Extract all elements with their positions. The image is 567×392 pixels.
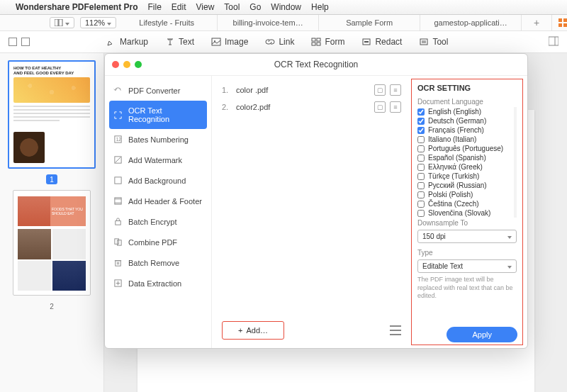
modal-sidebar: PDF Converter OCR Text Recognition 12Bat… (105, 76, 212, 348)
ribbon-form[interactable]: Form (311, 37, 344, 47)
ribbon-tool[interactable]: Tool (419, 37, 448, 47)
language-label: Italiano (Italian) (428, 135, 476, 143)
language-option[interactable]: Türkçe (Turkish) (417, 172, 512, 181)
language-checkbox[interactable] (417, 201, 425, 208)
language-label: Türkçe (Turkish) (428, 172, 479, 180)
language-checkbox[interactable] (417, 136, 425, 143)
language-option[interactable]: Polski (Polish) (417, 190, 512, 199)
language-option[interactable]: Slovenčina (Slovak) (417, 208, 512, 218)
svg-rect-26 (115, 239, 119, 244)
menu-help[interactable]: Help (311, 2, 329, 12)
sidebar-item-watermark[interactable]: Add Watermark (105, 150, 211, 170)
svg-rect-21 (115, 177, 121, 184)
page-thumbnail-1[interactable]: HOW TO EAT HEALTHYAND FEEL GOOD EVERY DA… (8, 60, 96, 169)
thumbnail-grid-icon[interactable] (9, 38, 30, 46)
ribbon-toolbar: Markup Text Image Link Form Redact Tool (0, 31, 567, 53)
language-checkbox[interactable] (417, 164, 425, 171)
tab-billing[interactable]: billing-invoice-tem… (218, 15, 319, 30)
language-option[interactable]: Čeština (Czech) (417, 199, 512, 208)
language-option[interactable]: Español (Spanish) (417, 153, 512, 162)
language-checkbox[interactable] (417, 155, 425, 162)
plus-icon: + (238, 326, 242, 335)
language-option[interactable]: Italiano (Italian) (417, 135, 512, 144)
panel-toggle-icon[interactable] (549, 36, 558, 48)
new-tab-button[interactable]: + (522, 15, 552, 30)
sidebar-item-pdf-converter[interactable]: PDF Converter (105, 80, 211, 101)
language-label: Čeština (Czech) (428, 200, 479, 208)
sidebar-item-ocr[interactable]: OCR Text Recognition (109, 101, 207, 129)
sidebar-item-background[interactable]: Add Background (105, 170, 211, 191)
sidebar-item-combine[interactable]: Combine PDF (105, 232, 211, 252)
file-name: color2.pdf (236, 103, 370, 111)
file-settings-icon[interactable]: ≡ (390, 101, 401, 113)
language-label: Português (Portuguese) (428, 145, 503, 152)
type-select[interactable]: Editable Text (417, 259, 517, 273)
zoom-select[interactable]: 112% (80, 17, 116, 28)
apply-button[interactable]: Apply (447, 327, 517, 342)
ocr-settings-title: OCR SETTING (417, 84, 517, 92)
ocr-modal: OCR Text Recognition PDF Converter OCR T… (104, 53, 528, 349)
tab-sample[interactable]: Sample Form (319, 15, 420, 30)
modal-title: OCR Text Recognition (105, 60, 527, 69)
svg-rect-2 (558, 18, 562, 22)
downsample-label: Downsample To (417, 219, 517, 227)
language-label: Français (French) (428, 126, 484, 134)
ribbon-redact[interactable]: Redact (361, 37, 402, 47)
language-label: English (English) (428, 108, 481, 116)
file-settings-icon[interactable]: ≡ (390, 84, 401, 96)
language-option[interactable]: Português (Portuguese) (417, 144, 512, 153)
language-checkbox[interactable] (417, 182, 425, 189)
language-option[interactable]: Русский (Russian) (417, 181, 512, 190)
apps-icon[interactable] (558, 18, 567, 28)
chevron-down-icon (507, 262, 512, 270)
ribbon-markup[interactable]: Markup (106, 37, 148, 47)
svg-rect-15 (549, 37, 558, 45)
type-label: Type (417, 249, 517, 257)
window-toolbar: 112% Lifestyle - Fruits billing-invoice-… (0, 15, 567, 31)
view-mode-select[interactable] (50, 17, 74, 28)
language-checkbox[interactable] (417, 173, 425, 180)
ribbon-text[interactable]: Text (165, 37, 194, 47)
tab-lifestyle[interactable]: Lifestyle - Fruits (116, 15, 218, 30)
app-name[interactable]: Wondershare PDFelement Pro (16, 2, 138, 12)
add-file-button[interactable]: + Add… (222, 321, 284, 340)
language-checkbox[interactable] (417, 191, 425, 198)
menu-go[interactable]: Go (249, 2, 261, 12)
sidebar-item-bates[interactable]: 12Bates Numbering (105, 129, 211, 150)
language-checkbox[interactable] (417, 145, 425, 152)
language-option[interactable]: Ελληνικά (Greek) (417, 162, 512, 172)
svg-rect-27 (118, 240, 122, 245)
doclang-label: Document Language (417, 98, 517, 106)
sidebar-item-extract[interactable]: Data Extraction (105, 273, 211, 293)
language-checkbox[interactable] (417, 210, 425, 217)
language-option[interactable]: Français (French) (417, 125, 512, 135)
document-viewport[interactable]: FOODS THAT YOU SHOULDAVOID OR EAT IN A L… (104, 53, 567, 392)
chevron-down-icon (65, 18, 69, 27)
ribbon-link[interactable]: Link (265, 37, 294, 47)
menu-tool[interactable]: Tool (224, 2, 240, 12)
language-checkbox[interactable] (417, 127, 425, 134)
ocr-settings-panel: OCR SETTING Document Language English (E… (411, 79, 523, 345)
sidebar-item-encrypt[interactable]: Batch Encrypt (105, 211, 211, 232)
language-list[interactable]: English (English)Deutsch (German)Françai… (417, 107, 517, 218)
ribbon-image[interactable]: Image (211, 37, 248, 47)
svg-rect-13 (364, 41, 369, 43)
menu-view[interactable]: View (196, 2, 215, 12)
file-preview-icon[interactable]: ▢ (374, 101, 386, 113)
page-thumbnail-2[interactable]: FOODS THAT YOU SHOULD EAT (13, 190, 91, 296)
language-option[interactable]: English (English) (417, 107, 512, 116)
menu-edit[interactable]: Edit (172, 2, 186, 12)
menu-window[interactable]: Window (271, 2, 301, 12)
downsample-select[interactable]: 150 dpi (417, 230, 517, 243)
tab-gamestop[interactable]: gamestop-applicati… (420, 15, 522, 30)
list-menu-icon[interactable] (390, 325, 401, 335)
language-checkbox[interactable] (417, 108, 425, 116)
language-option[interactable]: Deutsch (German) (417, 116, 512, 125)
menu-file[interactable]: File (148, 2, 162, 12)
language-checkbox[interactable] (417, 118, 425, 125)
document-tabs: Lifestyle - Fruits billing-invoice-tem… … (116, 15, 552, 30)
svg-rect-11 (317, 43, 320, 45)
sidebar-item-header-footer[interactable]: Add Header & Footer (105, 191, 211, 211)
file-preview-icon[interactable]: ▢ (374, 84, 386, 96)
sidebar-item-remove[interactable]: Batch Remove (105, 252, 211, 273)
